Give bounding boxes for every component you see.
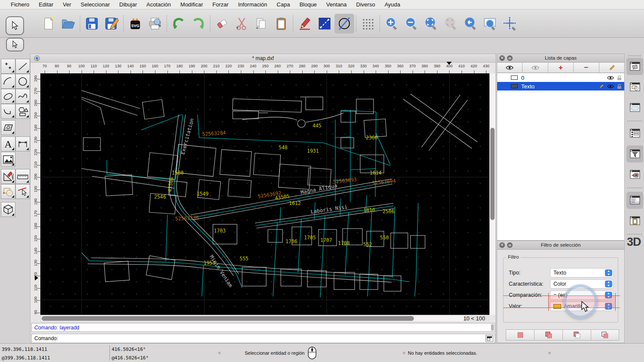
ellipse-tool-button[interactable] — [1, 89, 15, 104]
menu-item-forzar[interactable]: Forzar — [208, 0, 234, 9]
undo-button[interactable] — [169, 14, 188, 33]
save-button[interactable] — [82, 14, 102, 33]
show-all-layers-button[interactable] — [497, 63, 522, 72]
layer-color-swatch[interactable] — [511, 84, 518, 88]
solid-3d-tool-button[interactable] — [1, 202, 15, 217]
document-titlebar[interactable]: * map.dxf — [30, 54, 495, 63]
vertical-scrollbar[interactable] — [489, 73, 495, 315]
selection-pointer-button[interactable] — [6, 16, 24, 35]
menu-item-capa[interactable]: Capa — [272, 0, 295, 9]
attributes-pencil-button[interactable] — [295, 14, 315, 33]
zoom-auto-button[interactable] — [421, 14, 441, 33]
layer-list-toggle[interactable] — [626, 58, 643, 75]
delete-eraser-button[interactable] — [212, 14, 232, 33]
print-preview-button[interactable] — [145, 14, 165, 33]
menu-item-editar[interactable]: Editar — [34, 0, 58, 9]
block-edit-tool-button[interactable] — [1, 184, 15, 199]
layer-visible-icon[interactable] — [607, 84, 614, 89]
layer-color-swatch[interactable] — [511, 75, 518, 80]
layer-row-0[interactable]: 0 — [497, 73, 624, 82]
selection-filter-toggle[interactable] — [626, 145, 643, 163]
zoom-out-button[interactable] — [401, 14, 421, 33]
edit-layer-button[interactable] — [599, 63, 624, 72]
ruler-tick — [69, 70, 70, 73]
menu-item-acotación[interactable]: Acotación — [142, 0, 176, 9]
menu-item-diverso[interactable]: Diverso — [352, 0, 380, 9]
command-history-scrollbar[interactable] — [491, 324, 494, 331]
entity-pick-tool-button[interactable] — [15, 184, 30, 199]
layer-lock-icon[interactable] — [617, 75, 622, 81]
open-file-button[interactable] — [58, 14, 78, 33]
dimension-tool-button[interactable] — [15, 136, 30, 151]
intersect-selection-button[interactable] — [591, 329, 619, 341]
select-matching-button[interactable] — [506, 329, 534, 341]
menu-item-fichero[interactable]: Fichero — [6, 0, 34, 9]
library-browser-toggle[interactable] — [626, 99, 643, 116]
projection-toggle[interactable] — [626, 166, 643, 183]
circle-tool-button[interactable] — [15, 74, 30, 89]
spline-tool-button[interactable] — [15, 89, 30, 104]
modify-tool-button[interactable] — [1, 169, 15, 184]
command-input[interactable] — [60, 335, 486, 342]
arc-tool-button[interactable] — [1, 74, 15, 89]
block-list-toggle[interactable] — [626, 78, 643, 96]
copy-button[interactable]: + — [252, 14, 271, 33]
remove-from-selection-button[interactable] — [562, 329, 591, 341]
menu-item-modificar[interactable]: Modificar — [176, 0, 208, 9]
menu-item-información[interactable]: Información — [233, 0, 272, 9]
draft-mode-button[interactable] — [334, 14, 354, 33]
line-tool-button[interactable] — [15, 59, 30, 74]
point-tool-button[interactable] — [1, 59, 15, 74]
command-line-toggle[interactable] — [626, 192, 643, 209]
command-prompt-label: Comando: — [34, 335, 58, 341]
layer-lock-icon[interactable] — [617, 84, 622, 89]
polyline-tool-button[interactable] — [1, 104, 15, 119]
horizontal-scrollbar[interactable] — [40, 315, 465, 322]
command-options-icon[interactable] — [486, 335, 493, 342]
save-as-button[interactable] — [102, 14, 122, 33]
clipboard-panel-toggle[interactable] — [626, 212, 643, 229]
zoom-previous-button[interactable] — [461, 14, 480, 33]
selection-tool-button[interactable] — [6, 38, 24, 51]
parcel-label: 1580 — [172, 170, 184, 176]
zoom-in-button[interactable] — [382, 14, 401, 33]
layer-edit-icon[interactable] — [598, 84, 604, 89]
grid-toggle-button[interactable] — [358, 14, 378, 33]
vertical-scrollbar-thumb[interactable] — [490, 128, 495, 220]
menu-item-ayuda[interactable]: Ayuda — [380, 0, 405, 9]
text-tool-button[interactable]: A — [1, 136, 15, 151]
paste-button[interactable] — [271, 14, 291, 33]
tipo-dropdown[interactable]: Texto▲▼ — [550, 268, 614, 278]
selection-list-toggle[interactable] — [626, 125, 643, 142]
hide-all-layers-button[interactable] — [522, 63, 548, 72]
ruler-label: 150 — [33, 234, 38, 243]
layer-visible-icon[interactable] — [607, 75, 614, 80]
shape-tool-button[interactable] — [15, 104, 30, 119]
drawing-canvas[interactable]: 4452360548193152563284158016145256369352… — [40, 73, 489, 315]
horizontal-scrollbar-thumb[interactable] — [42, 316, 414, 321]
remove-layer-button[interactable]: − — [574, 63, 599, 72]
layer-name: Texto — [521, 83, 535, 90]
svg-export-button[interactable]: SVG — [125, 14, 145, 33]
measure-tool-button[interactable] — [15, 169, 30, 184]
zoom-selection-button[interactable] — [441, 14, 461, 33]
pan-button[interactable] — [500, 14, 520, 33]
menu-item-ventana[interactable]: Ventana — [322, 0, 352, 9]
menu-item-dibujar[interactable]: Dibujar — [115, 0, 142, 9]
ruler-label: 190 — [188, 64, 195, 68]
image-tool-button[interactable] — [1, 152, 15, 167]
redo-button[interactable] — [188, 14, 208, 33]
menu-item-seleccionar[interactable]: Seleccionar — [76, 0, 115, 9]
ortho-mode-button[interactable] — [315, 14, 334, 33]
layer-row-texto[interactable]: Texto — [497, 82, 624, 90]
add-layer-button[interactable]: + — [548, 63, 574, 72]
ruler-tick — [462, 70, 462, 73]
cut-button[interactable]: + — [232, 14, 252, 33]
new-document-button[interactable] — [39, 14, 58, 33]
hatch-tool-button[interactable] — [1, 120, 15, 135]
add-to-selection-button[interactable] — [534, 329, 562, 341]
menu-item-bloque[interactable]: Bloque — [295, 0, 321, 9]
menu-item-ver[interactable]: Ver — [58, 0, 76, 9]
zoom-window-button[interactable] — [480, 14, 500, 33]
parcel-label: 1614 — [370, 170, 382, 176]
